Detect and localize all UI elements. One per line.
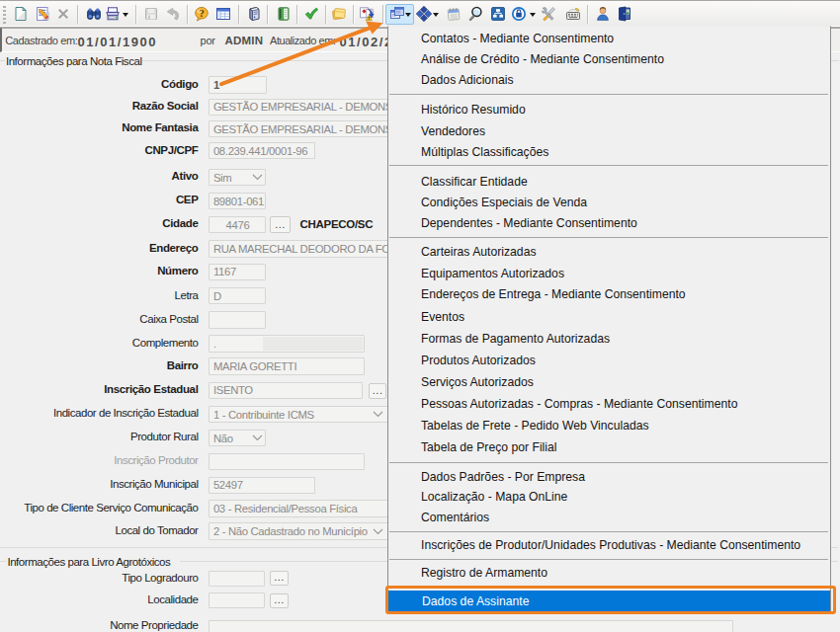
svg-text:?: ? bbox=[199, 8, 204, 19]
